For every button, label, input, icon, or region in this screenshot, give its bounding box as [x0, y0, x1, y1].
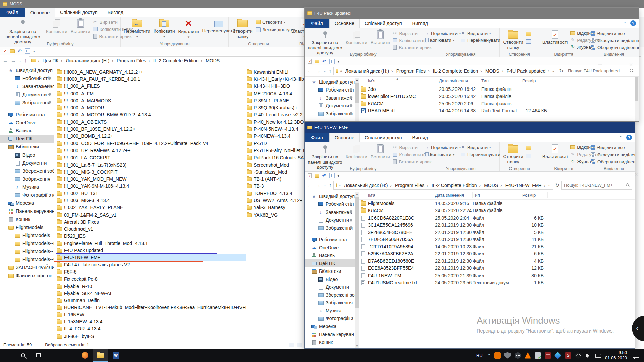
folder-item[interactable]: Ju-86E_byIES — [57, 333, 246, 340]
file-row[interactable]: 7EDE5B4606B7056A 22.01.2019 12:30 Файл 1… — [359, 236, 635, 243]
hidden-icons-chevron[interactable]: ⌃ — [488, 353, 491, 358]
new-folder-button[interactable]: Створити папку — [501, 29, 525, 51]
paste-button[interactable]: Вставити — [69, 18, 92, 35]
sidebar-item-documents[interactable]: Документи — [305, 283, 355, 291]
refresh-icon[interactable]: ↻ — [559, 68, 564, 74]
up-button[interactable]: ↑ — [329, 68, 331, 74]
sidebar-item-pictures[interactable]: Зображення — [305, 110, 355, 118]
move-to-button[interactable]: →Перемістити▾ — [424, 31, 459, 36]
column-header-size[interactable]: Розмір — [522, 192, 548, 198]
file-row[interactable]: 1C6CD6A8220F1E8C 25.05.2020 2:04 Файл 6 … — [359, 214, 635, 222]
column-header-date[interactable]: Дата змінення — [439, 78, 481, 84]
ribbon-tab[interactable]: Вигляд — [407, 133, 433, 142]
sidebar-item-saved-pictures[interactable]: Збережені зобра: — [0, 167, 54, 175]
sidebar-item-network[interactable]: Мережа — [305, 322, 355, 330]
ribbon-tab[interactable]: Файл — [305, 133, 329, 142]
sidebar-item-libraries[interactable]: Бібліотеки — [0, 143, 54, 151]
column-header-name[interactable]: Ім'я — [368, 78, 439, 84]
new-folder-quick-icon[interactable] — [315, 60, 319, 63]
sidebar-item-user[interactable]: Василь — [0, 127, 54, 135]
copy-to-button[interactable]: Копіювати▾ — [424, 152, 459, 157]
forward-button[interactable]: → — [315, 182, 321, 188]
delete-button[interactable]: ✕Видалити▾ — [460, 145, 500, 150]
sidebar-item-downloads[interactable]: Завантажен — [305, 94, 355, 102]
recent-locations-icon[interactable]: ⌄ — [323, 183, 326, 187]
title-bar[interactable]: F4U-1NEW_FM+ ✕ — [305, 122, 635, 133]
refresh-icon[interactable]: ↻ — [555, 182, 559, 188]
folder-item[interactable]: !!!_000_A_MAPMODS — [57, 97, 246, 104]
select-none-button[interactable]: Скасувати виділення — [590, 38, 639, 43]
column-header-size[interactable]: Розмір — [522, 78, 551, 84]
volume-icon[interactable] — [585, 352, 591, 359]
customize-toolbar-icon[interactable]: ▾ — [338, 60, 339, 63]
rename-button[interactable]: Перейменувати — [460, 152, 500, 157]
forward-button[interactable]: → — [11, 58, 16, 64]
recent-locations-icon[interactable]: ⌄ — [323, 69, 326, 73]
back-button[interactable]: ← — [307, 68, 313, 74]
sidebar-item-pictures[interactable]: Зображення — [305, 224, 355, 232]
column-header-type[interactable]: Тип — [481, 78, 522, 84]
sidebar-item-music[interactable]: Музика — [305, 307, 355, 315]
folder-item[interactable]: F4U-1NEW_FM+ — [57, 254, 246, 261]
delete-button[interactable]: ✕ Видалити▾ — [176, 18, 200, 40]
properties-button[interactable]: Властивості — [541, 29, 569, 46]
customize-toolbar-icon[interactable]: ▾ — [338, 174, 339, 178]
folder-item[interactable]: I_153NEW_4.13.4 — [57, 318, 246, 325]
sidebar-item-documents[interactable]: Документи — [0, 90, 54, 99]
collapse-ribbon-icon[interactable]: ⌃ — [623, 21, 626, 26]
folder-item[interactable]: !!!_001_La-5-7+La-7(3xNS23) — [57, 161, 246, 168]
defender-icon[interactable] — [504, 352, 511, 359]
ribbon-tab[interactable]: Файл — [305, 19, 329, 28]
folder-item[interactable]: !_002_YAK_EARLY_PLANE — [57, 204, 246, 211]
title-bar[interactable]: MODS ✕ — [0, 0, 644, 8]
sidebar-item-saved-pictures[interactable]: Збережені зоб — [305, 291, 355, 299]
file-row[interactable]: -12FD1410F9A95894 14.05.2020 10:23 Файл … — [359, 243, 635, 250]
clock[interactable]: 9:50 01.06.2020 — [605, 350, 627, 361]
search-icon[interactable] — [15, 349, 31, 362]
sidebar-item-network[interactable]: Мережа — [0, 199, 54, 207]
folder-item[interactable]: !!!_000_A_OB'EKTS — [57, 118, 246, 125]
dots-app-icon[interactable] — [515, 352, 521, 359]
opera-icon[interactable] — [62, 349, 77, 362]
sidebar-item-quick-access[interactable]: Швидкий доступ — [0, 66, 54, 74]
up-button[interactable]: ↑ — [24, 58, 27, 64]
properties-button[interactable]: Властивості — [541, 143, 569, 160]
details-view-icon[interactable] — [289, 343, 294, 347]
column-header-date[interactable]: Дата змінення — [435, 192, 473, 198]
new-folder-button[interactable]: Створити папку — [230, 18, 255, 40]
folder-item[interactable]: !!!_001_YAK_MOD_FM_NEW — [57, 175, 246, 182]
card-check-icon[interactable] — [535, 352, 541, 359]
help-icon[interactable]: ? — [630, 20, 636, 26]
sidebar-item-music[interactable]: Музика — [0, 183, 54, 191]
address-dropdown-icon[interactable]: ⌄ — [548, 183, 551, 187]
ribbon-tab[interactable]: Основне — [25, 8, 55, 17]
ribbon-tab[interactable]: Файл — [0, 8, 25, 17]
breadcrumb-segment[interactable]: Локальний диск (H:) — [65, 58, 114, 63]
folder-item[interactable]: !!!_000_A_FILES — [57, 83, 246, 90]
select-none-button[interactable]: Скасувати виділення — [590, 152, 635, 157]
ribbon-tab[interactable]: Вигляд — [103, 8, 129, 17]
easy-access-icon[interactable] — [526, 39, 531, 44]
breadcrumb-segment[interactable]: MODS — [205, 58, 221, 63]
rename-button[interactable]: Перейменувати — [460, 38, 500, 43]
file-row[interactable]: 529B7A0A3FB62E2A 22.01.2019 12:30 Файл 6… — [359, 250, 635, 258]
folder-item[interactable]: Cloudmod_v1 — [57, 226, 246, 233]
folder-item[interactable]: !!!_000_UP_RealFWs_4.12.2++ — [57, 147, 246, 154]
gem-icon[interactable] — [554, 352, 561, 359]
sidebar-item-documents[interactable]: Документи — [305, 216, 355, 224]
file-row[interactable]: READ ME.rtf 14.04.2016 14:38 Rich Text F… — [359, 107, 639, 115]
breadcrumb-segment[interactable]: F4U-1NEW_FM+ — [504, 183, 546, 188]
sidebar-item-downloads[interactable]: Завантаження — [0, 82, 54, 90]
breadcrumb-segment[interactable]: Локальний диск (H:) — [343, 183, 393, 188]
sidebar-item-control-panel[interactable]: Панель керування — [0, 207, 54, 215]
sidebar-item-desktop[interactable]: Робочий стіл — [305, 86, 355, 94]
file-row[interactable]: FlightModels 14.05.2020 9:16 Папка файлі… — [359, 200, 635, 207]
sidebar-item-pictures[interactable]: Зображення — [0, 99, 54, 107]
avast-icon[interactable] — [525, 352, 531, 359]
properties-quick-icon[interactable] — [3, 49, 7, 53]
customize-toolbar-icon[interactable]: ▾ — [33, 49, 35, 53]
back-button[interactable]: ← — [3, 58, 8, 64]
folder-item[interactable]: F4U Pack updated — [57, 247, 246, 254]
ribbon-tab[interactable]: Спільний доступ — [360, 133, 407, 142]
paste-button[interactable]: Вставити — [369, 29, 392, 46]
